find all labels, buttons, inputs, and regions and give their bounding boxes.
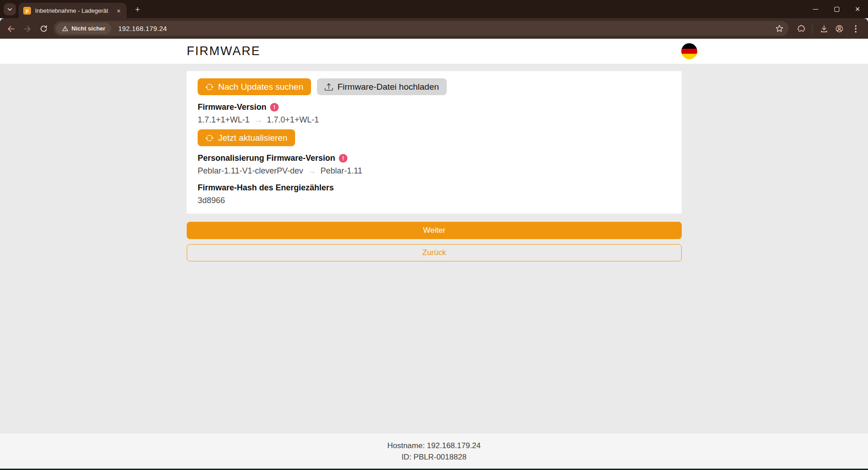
alert-badge-icon: !: [270, 103, 279, 112]
back-button[interactable]: [5, 23, 17, 35]
profile-icon: [835, 24, 844, 33]
upload-firmware-button[interactable]: Firmware-Datei hochladen: [317, 78, 447, 95]
browser-window: p Inbetriebnahme - Ladegerät × + ×: [0, 0, 868, 470]
meter-hash-value: 3d8966: [198, 196, 671, 205]
alert-badge-icon: !: [339, 154, 347, 163]
firmware-version-target: 1.7.0+1+WL-1: [267, 115, 319, 125]
footer-id: ID: PBLR-0018828: [0, 451, 868, 463]
url-text[interactable]: 192.168.179.24: [118, 25, 167, 32]
next-button[interactable]: Weiter: [187, 222, 682, 239]
maximize-button[interactable]: [826, 0, 847, 18]
forward-button[interactable]: [21, 23, 33, 35]
main-content: Nach Updates suchen Firmware-Datei hochl…: [0, 64, 868, 434]
warning-triangle-icon: [62, 26, 68, 32]
personalization-label: Personalisierung Firmware-Version: [198, 153, 335, 163]
tab-title: Inbetriebnahme - Ladegerät: [35, 7, 111, 14]
sync-icon: [205, 83, 214, 91]
tab-search-button[interactable]: [4, 3, 16, 15]
meter-hash-label: Firmware-Hash des Energiezählers: [198, 183, 334, 193]
meter-hash-text: 3d8966: [198, 196, 225, 205]
arrow-right-icon: →: [254, 115, 262, 125]
chevron-down-icon: [7, 6, 13, 12]
new-tab-button[interactable]: +: [132, 4, 143, 15]
security-label: Nicht sicher: [71, 25, 105, 32]
reload-button[interactable]: [38, 23, 50, 35]
firmware-version-current: 1.7.1+1+WL-1: [198, 115, 250, 125]
tab-strip: p Inbetriebnahme - Ladegerät × + ×: [0, 0, 868, 18]
puzzle-icon: [797, 25, 806, 33]
maximize-icon: [834, 7, 839, 12]
firmware-version-value: 1.7.1+1+WL-1 → 1.7.0+1+WL-1: [198, 115, 671, 125]
profile-button[interactable]: [833, 23, 845, 35]
menu-button[interactable]: ⋮: [850, 23, 862, 35]
personalization-label-row: Personalisierung Firmware-Version !: [198, 153, 671, 163]
minimize-icon: [813, 9, 818, 10]
meter-hash-label-row: Firmware-Hash des Energiezählers: [198, 183, 671, 193]
check-updates-button[interactable]: Nach Updates suchen: [198, 78, 311, 95]
sync-icon: [205, 134, 214, 142]
back-step-button[interactable]: Zurück: [187, 244, 682, 261]
german-flag-language-icon[interactable]: [681, 43, 697, 59]
kebab-menu-icon: ⋮: [852, 24, 860, 34]
forward-arrow-icon: [23, 25, 31, 33]
firmware-version-label: Firmware-Version: [198, 102, 266, 112]
download-icon: [820, 25, 828, 33]
personalization-value: Peblar-1.11-V1-cleverPV-dev → Peblar-1.1…: [198, 166, 671, 176]
upload-firmware-label: Firmware-Datei hochladen: [337, 82, 439, 92]
toolbar-separator: [812, 24, 812, 33]
check-updates-label: Nach Updates suchen: [218, 82, 303, 92]
tab-favicon-icon: p: [23, 7, 31, 15]
arrow-right-icon: →: [308, 166, 316, 176]
minimize-button[interactable]: [805, 0, 826, 18]
firmware-version-label-row: Firmware-Version !: [198, 102, 671, 112]
page-header: FIRMWARE: [0, 39, 868, 64]
downloads-button[interactable]: [818, 23, 830, 35]
browser-toolbar: Nicht sicher 192.168.179.24: [0, 18, 868, 39]
site-security-chip[interactable]: Nicht sicher: [56, 23, 111, 34]
close-icon: ×: [855, 5, 860, 13]
firmware-actions-row: Nach Updates suchen Firmware-Datei hochl…: [198, 78, 671, 95]
page-footer: Hostname: 192.168.179.24 ID: PBLR-001882…: [0, 434, 868, 469]
tab-close-icon[interactable]: ×: [115, 7, 122, 15]
reload-icon: [40, 25, 48, 33]
update-now-button[interactable]: Jetzt aktualisieren: [198, 129, 295, 146]
update-now-label: Jetzt aktualisieren: [218, 133, 287, 143]
firmware-card: Nach Updates suchen Firmware-Datei hochl…: [187, 71, 682, 214]
address-bar[interactable]: Nicht sicher 192.168.179.24: [54, 21, 789, 36]
bookmark-button[interactable]: [773, 23, 785, 35]
page-title: FIRMWARE: [187, 44, 260, 58]
back-arrow-icon: [7, 25, 15, 33]
personalization-current: Peblar-1.11-V1-cleverPV-dev: [198, 166, 303, 176]
extensions-button[interactable]: [795, 23, 807, 35]
star-icon: [775, 24, 784, 33]
footer-hostname: Hostname: 192.168.179.24: [0, 440, 868, 451]
window-controls: ×: [805, 0, 868, 18]
browser-tab[interactable]: p Inbetriebnahme - Ladegerät ×: [19, 3, 127, 18]
personalization-target: Peblar-1.11: [321, 166, 363, 176]
close-button[interactable]: ×: [847, 0, 868, 18]
upload-icon: [325, 83, 333, 91]
